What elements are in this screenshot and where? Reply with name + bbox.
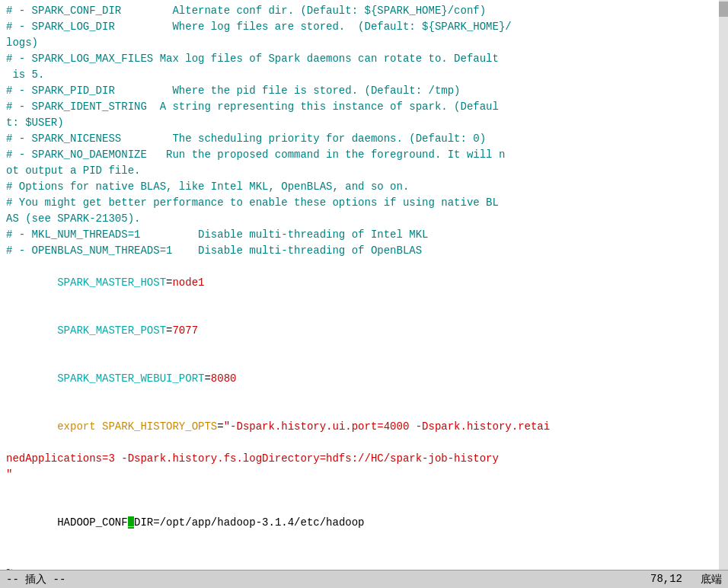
editor-container[interactable]: # - SPARK_CONF_DIR Alternate conf dir. (… [0, 0, 728, 570]
line-8: t: $USER) [0, 115, 728, 131]
line-16: # - OPENBLAS_NUM_THREADS=1 Disable multi… [0, 243, 728, 259]
line-26: ~ [0, 563, 728, 570]
status-end: 底端 [701, 573, 722, 586]
line-19: SPARK_MASTER_WEBUI_PORT=8080 [0, 355, 728, 403]
line-14: AS (see SPARK-21305). [0, 211, 728, 227]
status-position: 78,12 [650, 573, 682, 586]
line-11: ot output a PID file. [0, 163, 728, 179]
scrollbar-thumb[interactable] [719, 2, 728, 17]
line-24: HADOOP_CONF_DIR=/opt/app/hadoop-3.1.4/et… [0, 499, 728, 547]
status-mode: -- 插入 -- [6, 573, 65, 586]
status-left: -- 插入 -- [6, 573, 65, 586]
line-5: is 5. [0, 67, 728, 83]
line-3: logs) [0, 35, 728, 51]
line-18: SPARK_MASTER_POST=7077 [0, 307, 728, 355]
line-6: # - SPARK_PID_DIR Where the pid file is … [0, 83, 728, 99]
line-22: " [0, 467, 728, 483]
line-21: nedApplications=3 -Dspark.history.fs.log… [0, 451, 728, 467]
code-area: # - SPARK_CONF_DIR Alternate conf dir. (… [0, 0, 728, 570]
line-1: # - SPARK_CONF_DIR Alternate conf dir. (… [0, 3, 728, 19]
line-4: # - SPARK_LOG_MAX_FILES Max log files of… [0, 51, 728, 67]
line-13: # You might get better performance to en… [0, 195, 728, 211]
line-2: # - SPARK_LOG_DIR Where log files are st… [0, 19, 728, 35]
line-20: export SPARK_HISTORY_OPTS="-Dspark.histo… [0, 403, 728, 451]
line-7: # - SPARK_IDENT_STRING A string represen… [0, 99, 728, 115]
line-10: # - SPARK_NO_DAEMONIZE Run the proposed … [0, 147, 728, 163]
line-17: SPARK_MASTER_HOST=node1 [0, 259, 728, 307]
line-23 [0, 483, 728, 499]
status-bar: -- 插入 -- 78,12 底端 [0, 570, 728, 588]
line-15: # - MKL_NUM_THREADS=1 Disable multi-thre… [0, 227, 728, 243]
line-9: # - SPARK_NICENESS The scheduling priori… [0, 131, 728, 147]
status-right: 78,12 底端 [650, 573, 722, 586]
line-12: # Options for native BLAS, like Intel MK… [0, 179, 728, 195]
scrollbar[interactable] [719, 0, 728, 570]
line-25 [0, 547, 728, 563]
